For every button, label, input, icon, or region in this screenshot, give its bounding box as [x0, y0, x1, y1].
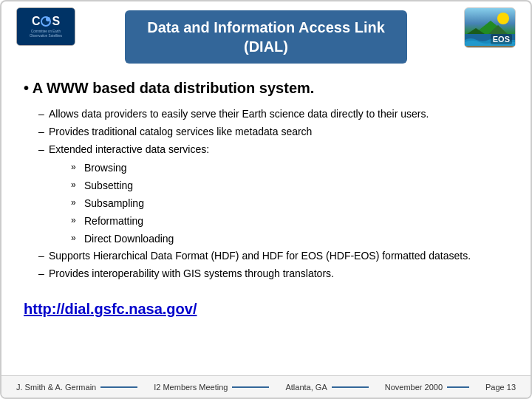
footer-divider-1	[100, 386, 137, 388]
ceos-subtitle-text: Committee on EarthObservation Satellites	[27, 30, 64, 38]
nested-list-item: Subsetting	[71, 177, 508, 195]
nested-list-item: Reformatting	[71, 213, 508, 231]
ceos-letter-c: C	[32, 15, 41, 28]
main-bullet: • A WWW based data distribution system.	[24, 80, 508, 97]
slide-content: • A WWW based data distribution system. …	[1, 80, 531, 290]
nested-list-item: Subsampling	[71, 195, 508, 213]
eos-label-text: EOS	[491, 34, 512, 44]
list-item: Supports Hierarchical Data Format (HDF) …	[38, 248, 508, 265]
list-item: Extended interactive data services: Brow…	[38, 141, 508, 248]
footer-date-section: November 2000	[385, 383, 469, 392]
list-item: Provides interoperability with GIS syste…	[38, 265, 508, 283]
slide-title: Data and Information Access Link (DIAL)	[125, 10, 407, 64]
list-item: Provides traditional catalog services li…	[38, 123, 508, 141]
footer-divider-4	[447, 386, 469, 388]
footer-location-section: Atlanta, GA	[285, 383, 368, 392]
footer-date: November 2000	[385, 383, 443, 392]
ceos-logo: C S Committee on EarthObservation Satell…	[16, 7, 75, 48]
sub-list: Allows data providers to easily serve th…	[24, 106, 508, 283]
eos-logo: EOS	[464, 7, 516, 48]
slide: C S Committee on EarthObservation Satell…	[0, 0, 532, 399]
footer-divider-2	[232, 386, 269, 388]
footer-page-section: Page 13	[485, 383, 516, 392]
nested-list: Browsing Subsetting Subsampling Reformat…	[49, 160, 508, 248]
footer-meeting-section: I2 Members Meeting	[154, 383, 269, 392]
footer-meeting: I2 Members Meeting	[154, 383, 228, 392]
footer-page: Page 13	[485, 383, 516, 392]
ceos-orbit-icon	[41, 16, 51, 27]
footer-author: J. Smith & A. Germain	[16, 383, 96, 392]
nested-list-item: Browsing	[71, 160, 508, 177]
slide-header: C S Committee on EarthObservation Satell…	[1, 1, 531, 72]
ceos-letter-s: S	[52, 15, 60, 28]
website-url[interactable]: http://dial.gsfc.nasa.gov/	[1, 290, 531, 324]
footer-author-section: J. Smith & A. Germain	[16, 383, 137, 392]
list-item: Allows data providers to easily serve th…	[38, 106, 508, 123]
footer-divider-3	[332, 386, 369, 388]
slide-footer: J. Smith & A. Germain I2 Members Meeting…	[1, 375, 531, 398]
nested-list-item: Direct Downloading	[71, 231, 508, 248]
footer-location: Atlanta, GA	[285, 383, 327, 392]
